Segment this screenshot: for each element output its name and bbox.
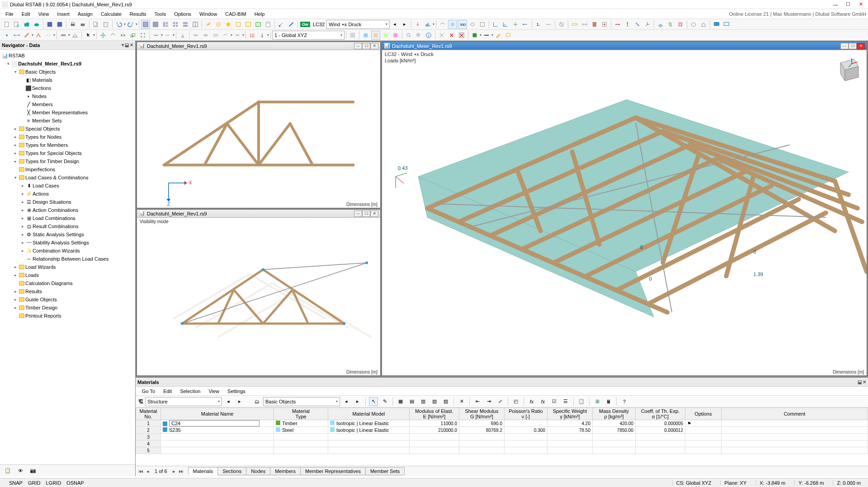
clip-icon[interactable]	[557, 20, 566, 29]
tree-members[interactable]: ╱Members	[0, 100, 135, 108]
mat-b5-icon[interactable]: ▨	[441, 397, 450, 406]
tree-file[interactable]: ▾📄Dachstuhl_Meier_Rev1.rs9	[0, 60, 135, 68]
node-icon[interactable]	[2, 31, 11, 40]
materials-structure-combo[interactable]: Structure	[145, 397, 222, 406]
menu-help[interactable]: Help	[251, 10, 269, 18]
node-snap-icon[interactable]	[277, 20, 286, 29]
col-no[interactable]: Material No.	[136, 408, 161, 420]
nav-data-icon[interactable]: 📋	[3, 466, 12, 475]
move-icon[interactable]	[99, 31, 108, 40]
persp-icon[interactable]	[699, 20, 708, 29]
view-2-close[interactable]: ✕	[370, 211, 378, 217]
pen-icon[interactable]	[494, 31, 503, 40]
result-table-icon[interactable]	[244, 20, 253, 29]
view-1-canvas[interactable]: X Z Dimensions [m]	[137, 50, 380, 208]
view-2-canvas[interactable]: Visibility mode Dimensions [m]	[137, 218, 380, 375]
vis2-icon[interactable]	[371, 31, 380, 40]
iso-icon[interactable]	[689, 20, 698, 29]
redo-icon[interactable]	[126, 20, 135, 29]
col-a[interactable]: Coeff. of Th. Exp. α [1/°C]	[636, 408, 685, 420]
info-icon[interactable]: i	[424, 31, 433, 40]
col-opt[interactable]: Options	[685, 408, 722, 420]
tree-types-members[interactable]: ▸Types for Members	[0, 141, 135, 149]
menu-assign[interactable]: Assign	[74, 10, 96, 18]
line-type-icon[interactable]	[44, 31, 53, 40]
materials-pin-icon[interactable]: ⬓	[858, 379, 862, 384]
menu-calculate[interactable]: Calculate	[97, 10, 125, 18]
display2-icon[interactable]	[722, 20, 731, 29]
open-icon[interactable]	[22, 20, 31, 29]
mat-edit-icon[interactable]: ✎	[380, 397, 389, 406]
tree-results[interactable]: ▸Results	[0, 287, 135, 295]
view-two-icon[interactable]	[151, 20, 160, 29]
new-icon[interactable]	[2, 20, 11, 29]
tab-materials[interactable]: Materials	[188, 467, 218, 475]
table-row[interactable]: 4	[136, 440, 868, 447]
truss-icon[interactable]	[71, 31, 80, 40]
mat-prev2-icon[interactable]: ◂	[342, 397, 351, 406]
extend-icon[interactable]	[163, 31, 172, 40]
axis-y-icon[interactable]	[623, 20, 632, 29]
mat-c1-icon[interactable]: ⇤	[473, 397, 482, 406]
print-icon[interactable]	[68, 20, 77, 29]
print-graphic-icon[interactable]	[78, 20, 87, 29]
view-2-min[interactable]: —	[354, 211, 362, 217]
cs-icon3[interactable]	[511, 20, 520, 29]
save-icon[interactable]	[45, 20, 54, 29]
array-icon[interactable]	[138, 31, 147, 40]
view-3-close[interactable]: ✕	[857, 43, 865, 49]
table-row[interactable]: 1 C24 Timber Isotropic | Linear Elastic …	[136, 420, 868, 427]
line-style-icon[interactable]	[482, 31, 491, 40]
page-last-icon[interactable]: ⏭	[178, 468, 184, 474]
mat-excel-icon[interactable]: ⊞	[593, 397, 602, 406]
view-four-icon[interactable]	[171, 20, 180, 29]
vis4-icon[interactable]	[391, 31, 400, 40]
menu-edit[interactable]: Edit	[18, 10, 34, 18]
calc-all-icon[interactable]	[204, 20, 213, 29]
ecc-icon[interactable]	[211, 31, 220, 40]
maximize-button[interactable]: ☐	[843, 1, 854, 8]
find-icon[interactable]	[404, 31, 413, 40]
calc-design-icon[interactable]	[224, 20, 233, 29]
new-wizard-icon[interactable]	[12, 20, 21, 29]
tree-imperfections[interactable]: Imperfections	[0, 165, 135, 173]
minimize-button[interactable]: —	[830, 1, 841, 8]
menu-insert[interactable]: Insert	[53, 10, 73, 18]
tree-actions[interactable]: ▸⚡Actions	[0, 190, 135, 198]
grid-icon[interactable]	[348, 31, 357, 40]
menu-window[interactable]: Window	[196, 10, 221, 18]
view-three-icon[interactable]	[161, 20, 170, 29]
spring-icon[interactable]	[233, 31, 242, 40]
tree-stability-analysis[interactable]: ▸〰Stability Analysis Settings	[0, 239, 135, 247]
divide-icon[interactable]	[151, 31, 160, 40]
calc-params-icon[interactable]	[234, 20, 243, 29]
col-rho[interactable]: Mass Density ρ [kg/m³]	[593, 408, 636, 420]
tree-special[interactable]: ▸Special Objects	[0, 125, 135, 133]
table-row[interactable]: 2 S235 Steel Isotropic | Linear Elastic …	[136, 427, 868, 434]
prev-lc-icon[interactable]: ◂	[390, 20, 399, 29]
tab-member-reps[interactable]: Member Representatives	[300, 467, 366, 475]
tree-relationship[interactable]: ↔Relationship Between Load Cases	[0, 255, 135, 263]
mat-prev-icon[interactable]: ◂	[224, 397, 233, 406]
plane-yz-icon[interactable]	[666, 20, 675, 29]
mat-menu-settings[interactable]: Settings	[224, 388, 249, 394]
mat-menu-goto[interactable]: Go To	[138, 388, 159, 394]
render2-icon[interactable]: xxx	[458, 20, 467, 29]
tree-loads[interactable]: ▸Loads	[0, 271, 135, 279]
axis-z-icon[interactable]	[633, 20, 642, 29]
menu-options[interactable]: Options	[170, 10, 195, 18]
check-icon[interactable]	[437, 31, 446, 40]
deform-icon[interactable]	[438, 20, 447, 29]
measure-icon[interactable]	[570, 20, 579, 29]
col-e[interactable]: Modulus of Elast. E [N/mm²]	[410, 408, 459, 420]
render4-icon[interactable]	[478, 20, 487, 29]
vis1-icon[interactable]	[361, 31, 370, 40]
mirror-icon[interactable]	[118, 31, 127, 40]
show-loads-icon[interactable]	[413, 20, 422, 29]
view-3-header[interactable]: 📊 Dachstuhl_Meier_Rev1.rs9 — ☐ ✕	[382, 42, 867, 50]
mat-menu-edit[interactable]: Edit	[160, 388, 175, 394]
calc-lc-icon[interactable]	[214, 20, 223, 29]
tab-nodes[interactable]: Nodes	[246, 467, 270, 475]
mat-help-icon[interactable]: ?	[620, 397, 629, 406]
line-x-icon[interactable]	[12, 31, 21, 40]
